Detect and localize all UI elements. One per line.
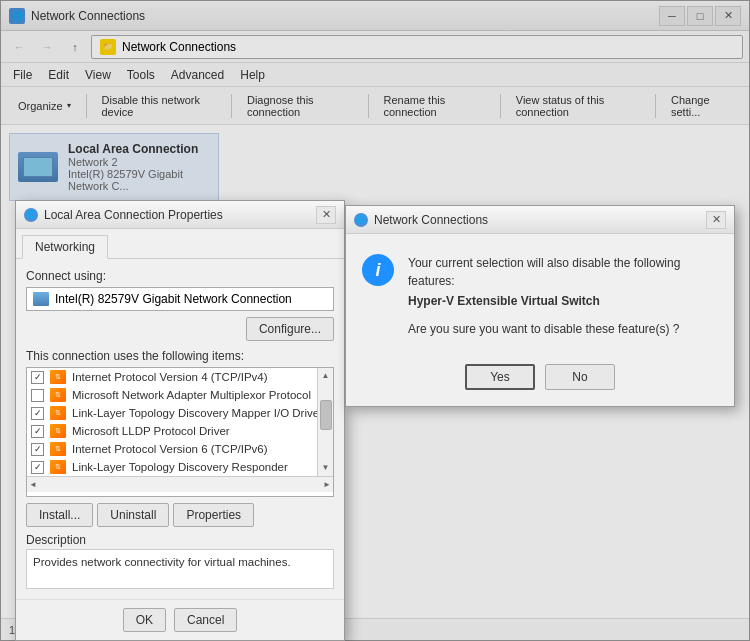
- item-icon-5: ⇅: [50, 460, 66, 474]
- checkbox-item-2[interactable]: [31, 407, 44, 420]
- item-label-3: Microsoft LLDP Protocol Driver: [72, 425, 230, 437]
- info-icon: i: [362, 254, 394, 286]
- scroll-left-arrow[interactable]: ◄: [29, 480, 37, 489]
- item-icon-2: ⇅: [50, 406, 66, 420]
- confirm-title-bar: 🌐 Network Connections ✕: [346, 206, 734, 234]
- confirm-icon: 🌐: [354, 213, 368, 227]
- confirm-close-button[interactable]: ✕: [706, 211, 726, 229]
- list-item[interactable]: ⇅Internet Protocol Version 6 (TCP/IPv6): [27, 440, 333, 458]
- adapter-name: Intel(R) 82579V Gigabit Network Connecti…: [55, 292, 292, 306]
- description-label: Description: [26, 533, 334, 547]
- item-icon-3: ⇅: [50, 424, 66, 438]
- list-item[interactable]: ⇅Internet Protocol Version 4 (TCP/IPv4): [27, 368, 333, 386]
- install-button[interactable]: Install...: [26, 503, 93, 527]
- adapter-icon: [33, 292, 49, 306]
- properties-close-button[interactable]: ✕: [316, 206, 336, 224]
- connection-items-label: This connection uses the following items…: [26, 349, 334, 363]
- uninstall-button[interactable]: Uninstall: [97, 503, 169, 527]
- item-label-2: Link-Layer Topology Discovery Mapper I/O…: [72, 407, 323, 419]
- list-item[interactable]: ⇅Link-Layer Topology Discovery Mapper I/…: [27, 404, 333, 422]
- cancel-button[interactable]: Cancel: [174, 608, 237, 632]
- checkbox-item-3[interactable]: [31, 425, 44, 438]
- properties-footer: OK Cancel: [16, 599, 344, 640]
- connect-using-label: Connect using:: [26, 269, 334, 283]
- items-list: ⇅Internet Protocol Version 4 (TCP/IPv4)⇅…: [27, 368, 333, 476]
- confirm-dialog: 🌐 Network Connections ✕ i Your current s…: [345, 205, 735, 407]
- properties-title-bar: 🌐 Local Area Connection Properties ✕: [16, 201, 344, 229]
- checkbox-item-5[interactable]: [31, 461, 44, 474]
- scroll-right-arrow[interactable]: ►: [323, 480, 331, 489]
- checkbox-item-1[interactable]: [31, 389, 44, 402]
- item-icon-1: ⇅: [50, 388, 66, 402]
- confirm-message-1: Your current selection will also disable…: [408, 254, 718, 290]
- item-icon-0: ⇅: [50, 370, 66, 384]
- item-label-0: Internet Protocol Version 4 (TCP/IPv4): [72, 371, 268, 383]
- ok-button[interactable]: OK: [123, 608, 166, 632]
- item-icon-4: ⇅: [50, 442, 66, 456]
- list-item[interactable]: ⇅Microsoft Network Adapter Multiplexor P…: [27, 386, 333, 404]
- adapter-field: Intel(R) 82579V Gigabit Network Connecti…: [26, 287, 334, 311]
- confirm-message-2: Hyper-V Extensible Virtual Switch: [408, 292, 718, 310]
- list-item[interactable]: ⇅Microsoft LLDP Protocol Driver: [27, 422, 333, 440]
- configure-button[interactable]: Configure...: [246, 317, 334, 341]
- item-label-1: Microsoft Network Adapter Multiplexor Pr…: [72, 389, 311, 401]
- item-label-4: Internet Protocol Version 6 (TCP/IPv6): [72, 443, 268, 455]
- confirm-message-3: Are you sure you want to disable these f…: [408, 320, 718, 338]
- dialog-content: Connect using: Intel(R) 82579V Gigabit N…: [16, 258, 344, 599]
- checkbox-item-0[interactable]: [31, 371, 44, 384]
- item-label-5: Link-Layer Topology Discovery Responder: [72, 461, 288, 473]
- scroll-thumb[interactable]: [320, 400, 332, 430]
- confirm-footer: Yes No: [346, 354, 734, 406]
- properties-dialog: 🌐 Local Area Connection Properties ✕ Net…: [15, 200, 345, 641]
- tab-networking[interactable]: Networking: [22, 235, 108, 259]
- checkbox-item-4[interactable]: [31, 443, 44, 456]
- scroll-up-arrow[interactable]: ▲: [322, 368, 330, 384]
- scroll-down-arrow[interactable]: ▼: [322, 460, 330, 476]
- confirm-body: i Your current selection will also disab…: [346, 234, 734, 354]
- items-list-container: ⇅Internet Protocol Version 4 (TCP/IPv4)⇅…: [26, 367, 334, 497]
- confirm-text: Your current selection will also disable…: [408, 254, 718, 338]
- no-button[interactable]: No: [545, 364, 615, 390]
- properties-title: Local Area Connection Properties: [44, 208, 316, 222]
- vertical-scrollbar[interactable]: ▲ ▼: [317, 368, 333, 476]
- yes-button[interactable]: Yes: [465, 364, 535, 390]
- dialog-tabs: Networking: [16, 229, 344, 259]
- description-text: Provides network connectivity for virtua…: [26, 549, 334, 589]
- confirm-title: Network Connections: [374, 213, 706, 227]
- action-buttons-row: Install... Uninstall Properties: [26, 503, 334, 527]
- list-item[interactable]: ⇅Link-Layer Topology Discovery Responder: [27, 458, 333, 476]
- properties-icon: 🌐: [24, 208, 38, 222]
- properties-btn[interactable]: Properties: [173, 503, 254, 527]
- description-box: Description Provides network connectivit…: [26, 533, 334, 589]
- horizontal-scrollbar[interactable]: ◄ ►: [27, 476, 333, 492]
